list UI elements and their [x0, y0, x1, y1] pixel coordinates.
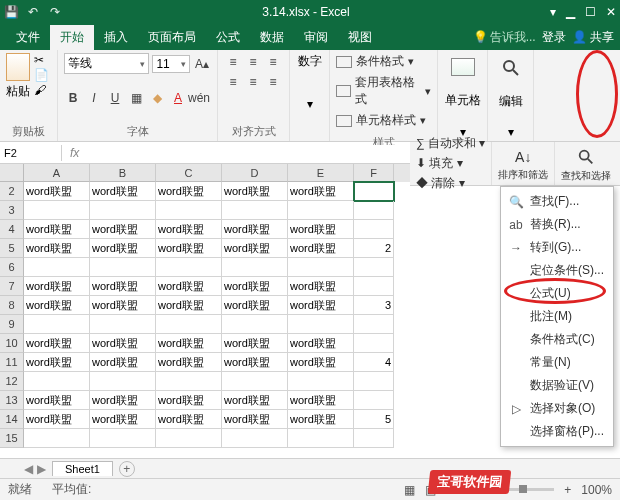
cell[interactable]	[288, 201, 354, 220]
row-header[interactable]: 11	[0, 353, 24, 372]
cell[interactable]	[288, 429, 354, 448]
number-format-button[interactable]: 数字	[298, 53, 322, 70]
underline-button[interactable]: U	[106, 89, 124, 107]
cell[interactable]: word联盟	[24, 410, 90, 429]
menu-item[interactable]: 批注(M)	[501, 305, 613, 328]
view-normal-icon[interactable]: ▦	[404, 483, 415, 497]
cell[interactable]	[156, 315, 222, 334]
magnifier-icon[interactable]	[501, 58, 521, 78]
cell[interactable]	[222, 429, 288, 448]
close-icon[interactable]: ✕	[606, 5, 616, 19]
cell[interactable]: word联盟	[90, 277, 156, 296]
cell[interactable]	[222, 315, 288, 334]
tab-next-icon[interactable]: ▶	[37, 462, 46, 476]
cell[interactable]: word联盟	[288, 239, 354, 258]
cell[interactable]: word联盟	[222, 296, 288, 315]
tab-review[interactable]: 审阅	[294, 25, 338, 50]
font-color-button[interactable]: A	[169, 89, 187, 107]
tab-data[interactable]: 数据	[250, 25, 294, 50]
cell[interactable]: word联盟	[222, 334, 288, 353]
cell[interactable]: 5	[354, 410, 394, 429]
cell[interactable]: word联盟	[24, 334, 90, 353]
border-button[interactable]: ▦	[127, 89, 145, 107]
cell[interactable]: word联盟	[90, 353, 156, 372]
tab-view[interactable]: 视图	[338, 25, 382, 50]
autosum-button[interactable]: ∑ 自动求和 ▾	[416, 135, 485, 152]
cell[interactable]	[222, 258, 288, 277]
menu-item[interactable]: 选择窗格(P)...	[501, 420, 613, 443]
cell[interactable]: word联盟	[90, 391, 156, 410]
align-mid-icon[interactable]: ≡	[244, 53, 262, 71]
row-header[interactable]: 15	[0, 429, 24, 448]
cell[interactable]: word联盟	[156, 296, 222, 315]
cell[interactable]: word联盟	[24, 239, 90, 258]
cell[interactable]: word联盟	[288, 410, 354, 429]
dropdown-icon[interactable]: ▾	[307, 97, 313, 111]
cell[interactable]	[354, 201, 394, 220]
zoom-in-icon[interactable]: +	[564, 483, 571, 497]
bold-button[interactable]: B	[64, 89, 82, 107]
cell[interactable]	[90, 372, 156, 391]
tab-layout[interactable]: 页面布局	[138, 25, 206, 50]
cell[interactable]: word联盟	[24, 353, 90, 372]
cell[interactable]	[90, 429, 156, 448]
row-header[interactable]: 10	[0, 334, 24, 353]
fill-button[interactable]: ⬇ 填充 ▾	[416, 155, 485, 172]
fx-icon[interactable]: fx	[62, 146, 87, 160]
cell[interactable]	[156, 372, 222, 391]
row-header[interactable]: 12	[0, 372, 24, 391]
cell[interactable]	[354, 372, 394, 391]
new-sheet-button[interactable]: +	[119, 461, 135, 477]
tab-formulas[interactable]: 公式	[206, 25, 250, 50]
dropdown-icon[interactable]: ▾	[508, 125, 514, 139]
cell[interactable]: word联盟	[288, 277, 354, 296]
cell[interactable]: word联盟	[24, 220, 90, 239]
italic-button[interactable]: I	[85, 89, 103, 107]
menu-item[interactable]: 条件格式(C)	[501, 328, 613, 351]
cell[interactable]: 2	[354, 239, 394, 258]
font-family-select[interactable]: 等线▾	[64, 53, 149, 74]
align-left-icon[interactable]: ≡	[224, 73, 242, 91]
cell[interactable]: word联盟	[90, 220, 156, 239]
cell[interactable]: word联盟	[288, 220, 354, 239]
row-header[interactable]: 13	[0, 391, 24, 410]
login-link[interactable]: 登录	[542, 29, 566, 46]
align-right-icon[interactable]: ≡	[264, 73, 282, 91]
ribbon-options-icon[interactable]: ▾	[550, 5, 556, 19]
cell[interactable]: word联盟	[24, 296, 90, 315]
sheet-tab[interactable]: Sheet1	[52, 461, 113, 476]
cell[interactable]	[24, 429, 90, 448]
cut-icon[interactable]: ✂	[34, 53, 50, 65]
cell[interactable]: word联盟	[90, 296, 156, 315]
tab-prev-icon[interactable]: ◀	[24, 462, 33, 476]
col-header[interactable]: A	[24, 164, 90, 182]
cell[interactable]: word联盟	[24, 277, 90, 296]
cell[interactable]: word联盟	[288, 296, 354, 315]
col-header[interactable]: F	[354, 164, 394, 182]
cell[interactable]	[24, 258, 90, 277]
col-header[interactable]: C	[156, 164, 222, 182]
tab-insert[interactable]: 插入	[94, 25, 138, 50]
increase-font-icon[interactable]: A▴	[193, 55, 211, 73]
align-bot-icon[interactable]: ≡	[264, 53, 282, 71]
cell[interactable]: word联盟	[222, 220, 288, 239]
cell[interactable]	[222, 201, 288, 220]
cell[interactable]	[354, 182, 394, 201]
row-header[interactable]: 7	[0, 277, 24, 296]
cell[interactable]	[354, 220, 394, 239]
copy-icon[interactable]: 📄	[34, 68, 50, 80]
conditional-format-button[interactable]: 条件格式 ▾	[336, 53, 431, 70]
cell[interactable]	[288, 315, 354, 334]
col-header[interactable]: D	[222, 164, 288, 182]
cell[interactable]: word联盟	[222, 353, 288, 372]
zoom-level[interactable]: 100%	[581, 483, 612, 497]
row-header[interactable]: 3	[0, 201, 24, 220]
cell[interactable]: word联盟	[90, 410, 156, 429]
menu-item[interactable]: 定位条件(S)...	[501, 259, 613, 282]
cell[interactable]: word联盟	[24, 391, 90, 410]
clear-button[interactable]: ◆ 清除 ▾	[416, 175, 485, 192]
maximize-icon[interactable]: ☐	[585, 5, 596, 19]
align-top-icon[interactable]: ≡	[224, 53, 242, 71]
cell[interactable]	[156, 258, 222, 277]
menu-item[interactable]: 数据验证(V)	[501, 374, 613, 397]
